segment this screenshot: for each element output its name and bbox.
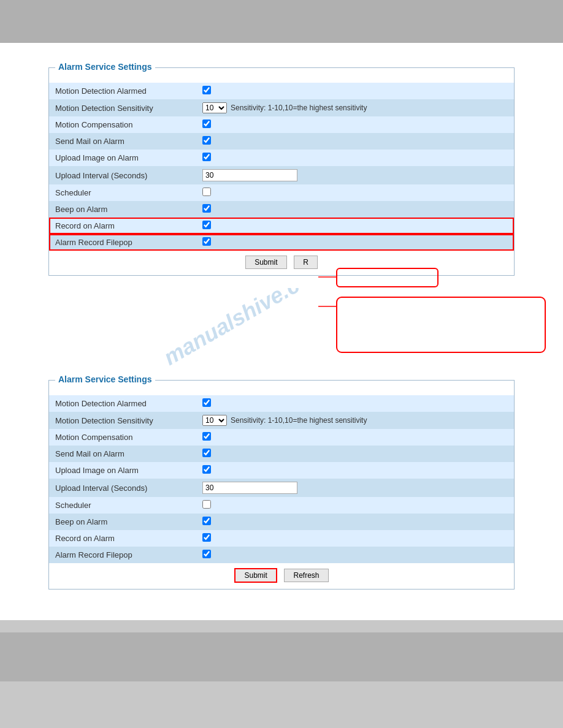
sensitivity-select[interactable]: 12345678910 (202, 415, 227, 426)
row-label: Record on Alarm (49, 530, 196, 547)
checkbox-input[interactable] (202, 136, 211, 145)
sensitivity-hint: Sensitivity: 1-10,10=the highest sensiti… (231, 104, 367, 112)
watermark-section: manualshive.com (18, 288, 545, 368)
row-control[interactable] (196, 547, 514, 563)
row-control[interactable] (196, 462, 514, 479)
table-row: Send Mail on Alarm (49, 446, 514, 462)
table-row: Motion Compensation (49, 429, 514, 446)
checkbox-input[interactable] (202, 449, 211, 457)
row-label: Motion Detection Sensitivity (49, 99, 196, 116)
row-control[interactable] (196, 514, 514, 530)
checkbox-input[interactable] (202, 500, 211, 509)
bottom-bar (0, 632, 563, 681)
row-label: Upload Image on Alarm (49, 150, 196, 166)
top-submit-button[interactable]: Submit (245, 256, 286, 269)
bottom-submit-button[interactable]: Submit (234, 568, 277, 583)
top-panel-title: Alarm Service Settings (55, 62, 155, 72)
table-row: Record on Alarm (49, 530, 514, 547)
row-label: Upload Image on Alarm (49, 462, 196, 479)
row-label: Alarm Record Filepop (49, 547, 196, 563)
bottom-settings-table: Motion Detection AlarmedMotion Detection… (49, 395, 514, 563)
row-control[interactable] (196, 150, 514, 166)
row-control[interactable] (196, 530, 514, 547)
checkbox-input[interactable] (202, 533, 211, 542)
checkbox-input[interactable] (202, 204, 211, 213)
bottom-refresh-button[interactable]: Refresh (284, 569, 328, 582)
checkbox-input[interactable] (202, 86, 211, 94)
checkbox-input[interactable] (202, 237, 211, 246)
row-label: Beep on Alarm (49, 201, 196, 218)
row-control[interactable]: 12345678910Sensitivity: 1-10,10=the high… (196, 412, 514, 429)
row-label: Beep on Alarm (49, 514, 196, 530)
checkbox-input[interactable] (202, 188, 211, 196)
row-label: Record on Alarm (49, 218, 196, 234)
row-control[interactable] (196, 479, 514, 497)
table-row: Motion Detection Alarmed (49, 83, 514, 99)
checkbox-input[interactable] (202, 550, 211, 558)
checkbox-input[interactable] (202, 153, 211, 161)
checkbox-input[interactable] (202, 398, 211, 407)
row-control[interactable] (196, 218, 514, 234)
table-row: Scheduler (49, 184, 514, 201)
checkbox-input[interactable] (202, 465, 211, 474)
table-row: Alarm Record Filepop (49, 234, 514, 251)
top-settings-table: Motion Detection AlarmedMotion Detection… (49, 83, 514, 251)
row-control[interactable] (196, 184, 514, 201)
checkbox-input[interactable] (202, 221, 211, 229)
checkbox-input[interactable] (202, 119, 211, 128)
top-bar (0, 0, 563, 43)
table-row: Upload Interval (Seconds) (49, 166, 514, 184)
table-row: Motion Detection Sensitivity12345678910S… (49, 99, 514, 116)
bottom-button-row: Submit Refresh (49, 563, 514, 589)
table-row: Beep on Alarm (49, 514, 514, 530)
row-control[interactable] (196, 234, 514, 251)
checkbox-input[interactable] (202, 517, 211, 525)
table-row: Motion Detection Alarmed (49, 395, 514, 412)
row-label: Send Mail on Alarm (49, 446, 196, 462)
top-refresh-button[interactable]: R (294, 256, 318, 269)
page-content: Alarm Service Settings Motion Detection … (0, 43, 563, 620)
bottom-alarm-panel: Alarm Service Settings Motion Detection … (48, 380, 515, 590)
row-label: Motion Detection Alarmed (49, 395, 196, 412)
top-button-row: Submit R (49, 251, 514, 275)
table-row: Motion Compensation (49, 116, 514, 133)
row-control[interactable] (196, 201, 514, 218)
row-label: Upload Interval (Seconds) (49, 166, 196, 184)
row-control[interactable] (196, 429, 514, 446)
watermark: manualshive.com (159, 288, 333, 368)
table-row: Upload Image on Alarm (49, 462, 514, 479)
table-row: Alarm Record Filepop (49, 547, 514, 563)
row-control[interactable] (196, 133, 514, 150)
sensitivity-select[interactable]: 12345678910 (202, 102, 227, 113)
row-control[interactable] (196, 395, 514, 412)
table-row: Upload Image on Alarm (49, 150, 514, 166)
row-label: Send Mail on Alarm (49, 133, 196, 150)
row-control[interactable]: 12345678910Sensitivity: 1-10,10=the high… (196, 99, 514, 116)
row-control[interactable] (196, 83, 514, 99)
row-control[interactable] (196, 166, 514, 184)
row-label: Scheduler (49, 184, 196, 201)
row-control[interactable] (196, 446, 514, 462)
row-control[interactable] (196, 497, 514, 514)
interval-input[interactable] (202, 169, 297, 181)
bottom-panel-title: Alarm Service Settings (55, 374, 155, 384)
row-label: Motion Compensation (49, 116, 196, 133)
row-control[interactable] (196, 116, 514, 133)
table-row: Send Mail on Alarm (49, 133, 514, 150)
row-label: Upload Interval (Seconds) (49, 479, 196, 497)
row-label: Scheduler (49, 497, 196, 514)
checkbox-input[interactable] (202, 432, 211, 441)
row-label: Alarm Record Filepop (49, 234, 196, 251)
row-label: Motion Detection Sensitivity (49, 412, 196, 429)
row-label: Motion Detection Alarmed (49, 83, 196, 99)
interval-input[interactable] (202, 482, 297, 494)
sensitivity-hint: Sensitivity: 1-10,10=the highest sensiti… (231, 416, 367, 425)
table-row: Upload Interval (Seconds) (49, 479, 514, 497)
table-row: Beep on Alarm (49, 201, 514, 218)
row-label: Motion Compensation (49, 429, 196, 446)
table-row: Motion Detection Sensitivity12345678910S… (49, 412, 514, 429)
top-alarm-panel: Alarm Service Settings Motion Detection … (48, 67, 515, 276)
table-row: Scheduler (49, 497, 514, 514)
table-row: Record on Alarm (49, 218, 514, 234)
